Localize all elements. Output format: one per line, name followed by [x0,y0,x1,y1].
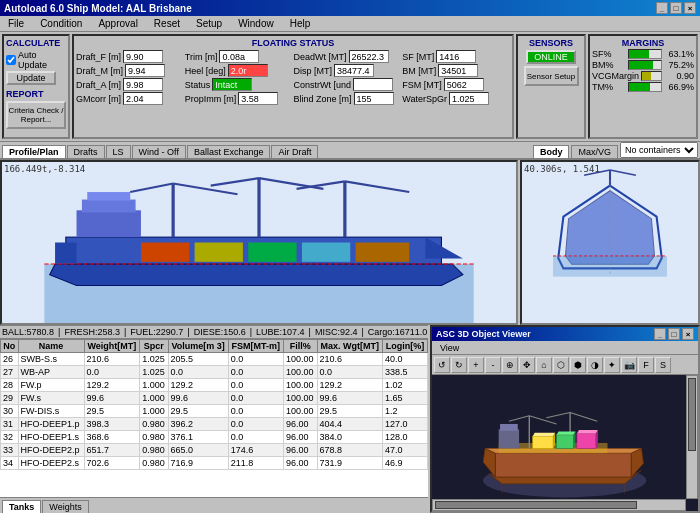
tool-side[interactable]: S [655,357,671,373]
menu-approval[interactable]: Approval [94,18,141,29]
svg-rect-19 [195,243,243,262]
status-gmcorr: GMcorr [m] 2.04 [76,92,184,105]
viewer-hscrollbar[interactable] [432,499,686,511]
tab-weights[interactable]: Weights [42,500,88,513]
ship-body-svg [522,162,698,323]
sensor-setup-button[interactable]: Sensor Setup [524,66,579,86]
fuel-item: FUEL:2290.7 [130,327,183,337]
tool-reset-view[interactable]: ⌂ [536,357,552,373]
status-draft-a: Draft_A [m] 9.98 [76,78,184,91]
misc-item: MISC:92.4 [315,327,358,337]
tab-maxvcg[interactable]: Max/VG [571,145,618,158]
table-row[interactable]: 33HFO-DEEP2.p651.70.980665.0174.696.0067… [1,444,428,457]
calculate-section: CALCULATE Auto Update Update REPORT Crit… [2,34,70,139]
table-cell: 0.0 [84,366,140,379]
table-row[interactable]: 34HFO-DEEP2.s702.60.980716.9211.896.0073… [1,457,428,470]
viewer-min-btn[interactable]: _ [654,328,666,340]
table-cell: 0.980 [140,444,168,457]
tab-air-draft[interactable]: Air Draft [271,145,318,158]
table-row[interactable]: 32HFO-DEEP1.s368.60.980376.10.096.00384.… [1,431,428,444]
status-draft-m: Draft_M [m] 9.94 [76,64,184,77]
table-cell: 716.9 [168,457,228,470]
col-volume: Volume[m 3] [168,340,228,353]
tool-pan[interactable]: ✥ [519,357,535,373]
tool-select[interactable]: ⊕ [502,357,518,373]
update-button[interactable]: Update [6,71,56,85]
auto-update-checkbox[interactable] [6,55,16,65]
viewer-hscroll-thumb[interactable] [435,501,637,509]
table-cell: 678.8 [317,444,383,457]
tool-lights[interactable]: ✦ [604,357,620,373]
menu-file[interactable]: File [4,18,28,29]
ship-view-area: 166.449t,-8.314 [0,160,700,325]
viewer-max-btn[interactable]: □ [668,328,680,340]
svg-rect-5 [55,243,76,264]
table-cell: 396.2 [168,418,228,431]
viewer-menu-view[interactable]: View [436,343,463,353]
criteria-button[interactable]: Criteria Check / Report... [6,101,66,129]
window-controls[interactable]: _ □ × [656,2,696,14]
tab-drafts[interactable]: Drafts [67,145,105,158]
viewer-vscroll-thumb[interactable] [688,378,696,451]
tool-zoom-in[interactable]: + [468,357,484,373]
table-cell: 211.8 [228,457,283,470]
close-btn[interactable]: × [684,2,696,14]
maximize-btn[interactable]: □ [670,2,682,14]
table-cell: 99.6 [317,392,383,405]
tool-front[interactable]: F [638,357,654,373]
table-row[interactable]: 27WB-AP0.01.0250.00.0100.000.0338.5 [1,366,428,379]
menu-window[interactable]: Window [234,18,278,29]
sensors-title: SENSORS [520,38,582,48]
svg-rect-31 [553,256,667,277]
table-cell: 100.00 [283,366,317,379]
margin-sf: SF% 63.1% [592,49,694,59]
svg-marker-51 [557,431,576,434]
tool-zoom-out[interactable]: - [485,357,501,373]
tab-ballast-exchange[interactable]: Ballast Exchange [187,145,271,158]
tool-solid[interactable]: ⬢ [570,357,586,373]
col-no: No [1,340,19,353]
separator: | [124,327,126,337]
data-table-container[interactable]: No Name Weight[MT] Spcr Volume[m 3] FSM[… [0,339,428,497]
table-cell: 100.00 [283,405,317,418]
table-row[interactable]: 26SWB-S.s210.61.025205.50.0100.00210.640… [1,353,428,366]
tab-tanks[interactable]: Tanks [2,500,41,513]
container-dropdown[interactable]: No containers [620,142,698,158]
table-row[interactable]: 30FW-DIS.s29.51.00029.50.0100.0029.51.2 [1,405,428,418]
table-cell: SWB-S.s [18,353,84,366]
table-cell: 46.9 [383,457,428,470]
tool-rotate-left[interactable]: ↺ [434,357,450,373]
tab-profile-plan[interactable]: Profile/Plan [2,145,66,158]
status-draft-f: Draft_F [m] 9.90 [76,50,184,63]
viewer-controls[interactable]: _ □ × [654,328,694,340]
viewer-close-btn[interactable]: × [682,328,694,340]
table-cell: 665.0 [168,444,228,457]
tool-camera[interactable]: 📷 [621,357,637,373]
tab-body[interactable]: Body [533,145,570,158]
menu-help[interactable]: Help [286,18,315,29]
menu-reset[interactable]: Reset [150,18,184,29]
report-label: REPORT [6,89,66,99]
table-cell: 1.2 [383,405,428,418]
tool-wireframe[interactable]: ⬡ [553,357,569,373]
tab-ls[interactable]: LS [106,145,131,158]
table-header-row: No Name Weight[MT] Spcr Volume[m 3] FSM[… [1,340,428,353]
tool-shade[interactable]: ◑ [587,357,603,373]
ball-item: BALL:5780.8 [2,327,54,337]
table-row[interactable]: 28FW.p129.21.000129.20.0100.00129.21.02 [1,379,428,392]
menu-condition[interactable]: Condition [36,18,86,29]
minimize-btn[interactable]: _ [656,2,668,14]
calculate-label: CALCULATE [6,38,66,48]
viewer-vscrollbar[interactable] [686,375,698,499]
table-cell: 376.1 [168,431,228,444]
menu-setup[interactable]: Setup [192,18,226,29]
tool-rotate-right[interactable]: ↻ [451,357,467,373]
viewer-title: ASC 3D Object Viewer [436,329,531,339]
table-cell: 174.6 [228,444,283,457]
table-cell: 29.5 [168,405,228,418]
online-button[interactable]: ONLINE [526,50,576,64]
tab-wind-off[interactable]: Wind - Off [132,145,186,158]
table-row[interactable]: 29FW.s99.61.00099.60.0100.0099.61.65 [1,392,428,405]
table-row[interactable]: 31HFO-DEEP1.p398.30.980396.20.096.00404.… [1,418,428,431]
table-cell: 99.6 [84,392,140,405]
